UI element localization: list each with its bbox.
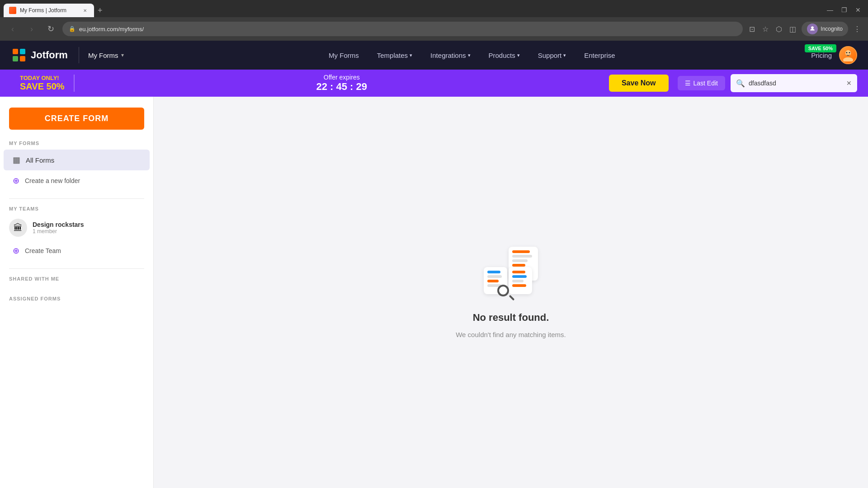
logo[interactable]: Jotform <box>11 47 79 63</box>
tab-favicon <box>9 7 16 14</box>
svg-point-6 <box>843 57 853 61</box>
empty-state-title: No result found. <box>473 312 549 324</box>
create-team-label: Create Team <box>25 247 61 254</box>
svg-rect-1 <box>13 49 18 54</box>
my-forms-section-label: MY FORMS <box>0 141 153 150</box>
lock-icon: 🔒 <box>69 26 75 32</box>
nav-my-forms[interactable]: My Forms <box>327 48 361 63</box>
search-clear-button[interactable]: ✕ <box>846 80 852 87</box>
last-edit-icon: ☰ <box>685 80 691 87</box>
save50-badge: SAVE 50% <box>805 44 836 52</box>
promo-save: SAVE 50% <box>20 81 65 92</box>
last-edit-label: Last Edit <box>693 80 718 87</box>
integrations-dropdown-icon: ▾ <box>468 52 471 58</box>
nav-products[interactable]: Products ▾ <box>487 48 522 63</box>
bookmark-icon[interactable]: ☆ <box>760 23 770 35</box>
logo-text: Jotform <box>31 49 68 61</box>
top-nav: Jotform My Forms ▾ My Forms Templates ▾ … <box>0 41 868 70</box>
sidebar-divider-1 <box>9 198 144 199</box>
search-input[interactable] <box>749 80 843 87</box>
shared-section-label: SHARED WITH ME <box>0 276 153 285</box>
sidebar-item-create-team[interactable]: ⊕ Create Team <box>4 240 150 261</box>
support-dropdown-icon: ▾ <box>563 52 566 58</box>
search-icon: 🔍 <box>736 79 745 88</box>
svg-point-7 <box>846 52 847 53</box>
all-forms-label: All Forms <box>26 156 54 164</box>
my-teams-section-label: MY TEAMS <box>0 206 153 215</box>
team-name: Design rockstars <box>33 221 84 228</box>
promo-banner: TODAY ONLY! SAVE 50% Offer expires 22 : … <box>0 70 868 97</box>
promo-timer: 22 : 45 : 29 <box>316 81 367 93</box>
incognito-button[interactable]: Incognito <box>802 22 848 36</box>
main-content: CREATE FORM MY FORMS ▦ All Forms ⊕ Creat… <box>0 97 868 488</box>
refresh-button[interactable]: ↻ <box>43 22 58 36</box>
tab-close-button[interactable]: ✕ <box>81 7 89 14</box>
svg-point-8 <box>849 52 850 53</box>
magnifier-icon <box>497 285 514 301</box>
nav-integrations[interactable]: Integrations ▾ <box>429 48 472 63</box>
svg-rect-2 <box>20 49 25 54</box>
my-forms-nav-button[interactable]: My Forms ▾ <box>79 52 133 59</box>
new-tab-button[interactable]: + <box>94 4 106 17</box>
content-area: No result found. We couldn't find any ma… <box>154 97 868 488</box>
back-button[interactable]: ‹ <box>5 22 20 36</box>
extensions-icon[interactable]: ⬡ <box>774 23 784 35</box>
tab-bar: My Forms | Jotform ✕ + — ❐ ✕ <box>0 0 868 17</box>
menu-icon[interactable]: ⋮ <box>852 23 863 35</box>
my-forms-nav-label: My Forms <box>88 52 118 59</box>
products-dropdown-icon: ▾ <box>517 52 520 58</box>
svg-rect-3 <box>13 56 18 61</box>
promo-middle: Offer expires 22 : 45 : 29 <box>75 74 609 93</box>
sidebar: CREATE FORM MY FORMS ▦ All Forms ⊕ Creat… <box>0 97 154 488</box>
forward-button[interactable]: › <box>24 22 39 36</box>
svg-rect-4 <box>20 56 25 61</box>
sidebar-divider-2 <box>9 268 144 269</box>
save-now-button[interactable]: Save Now <box>609 75 669 92</box>
empty-state-illustration <box>484 247 538 301</box>
sidebar-item-all-forms[interactable]: ▦ All Forms <box>4 150 150 170</box>
sidebar-item-create-folder[interactable]: ⊕ Create a new folder <box>4 170 150 191</box>
create-form-button[interactable]: CREATE FORM <box>9 108 144 130</box>
promo-text-left: TODAY ONLY! SAVE 50% <box>11 75 75 92</box>
profile-icon[interactable]: ◫ <box>788 23 798 35</box>
close-window-button[interactable]: ✕ <box>852 5 864 15</box>
address-bar: ‹ › ↻ 🔒 eu.jotform.com/myforms/ ⊡ ☆ ⬡ ◫ … <box>0 17 868 41</box>
user-avatar[interactable] <box>839 46 857 64</box>
incognito-label: Incognito <box>821 26 843 32</box>
promo-today: TODAY ONLY! <box>20 75 65 81</box>
cast-icon[interactable]: ⊡ <box>747 23 757 35</box>
minimize-button[interactable]: — <box>823 5 837 15</box>
templates-dropdown-icon: ▾ <box>410 52 412 58</box>
team-avatar: 🏛 <box>9 219 27 237</box>
team-info: Design rockstars 1 member <box>33 221 84 235</box>
nav-support[interactable]: Support ▾ <box>536 48 568 63</box>
team-members: 1 member <box>33 228 84 235</box>
nav-templates[interactable]: Templates ▾ <box>375 48 414 63</box>
active-tab[interactable]: My Forms | Jotform ✕ <box>4 4 94 17</box>
nav-center: My Forms Templates ▾ Integrations ▾ Prod… <box>133 48 811 63</box>
url-text: eu.jotform.com/myforms/ <box>79 26 144 33</box>
empty-state: No result found. We couldn't find any ma… <box>456 247 566 338</box>
all-forms-icon: ▦ <box>13 155 20 165</box>
create-team-icon: ⊕ <box>13 246 19 256</box>
team-item-design-rockstars[interactable]: 🏛 Design rockstars 1 member <box>0 215 153 240</box>
pricing-link[interactable]: Pricing <box>811 52 832 59</box>
create-folder-label: Create a new folder <box>25 177 80 184</box>
promo-offer-text: Offer expires <box>324 74 360 81</box>
assigned-section-label: ASSIGNED FORMS <box>0 296 153 305</box>
search-area: 🔍 ✕ <box>731 74 857 92</box>
create-folder-icon: ⊕ <box>13 176 19 186</box>
incognito-avatar <box>807 23 818 34</box>
restore-button[interactable]: ❐ <box>838 5 851 15</box>
last-edit-button[interactable]: ☰ Last Edit <box>678 76 725 90</box>
my-forms-dropdown-icon: ▾ <box>121 52 124 58</box>
nav-enterprise[interactable]: Enterprise <box>582 48 617 63</box>
empty-state-subtitle: We couldn't find any matching items. <box>456 331 566 338</box>
tab-title: My Forms | Jotform <box>20 7 78 14</box>
url-bar[interactable]: 🔒 eu.jotform.com/myforms/ <box>62 22 743 36</box>
